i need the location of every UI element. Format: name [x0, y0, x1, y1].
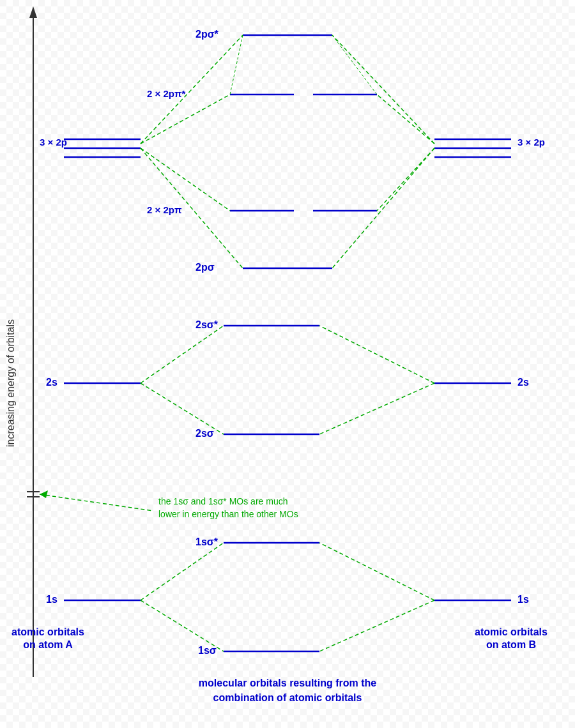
svg-rect-4: [0, 0, 575, 728]
2s-sigma-star-label: 2sσ*: [195, 319, 218, 330]
right-atom-label: atomic orbitals: [475, 626, 548, 637]
2p-sigma-star-label: 2pσ*: [195, 29, 219, 40]
2p-sigma-label: 2pσ: [195, 262, 215, 273]
1s-sigma-star-label: 1sσ*: [195, 536, 218, 547]
left-2s-label: 2s: [46, 377, 57, 388]
right-2p-label: 3 × 2p: [518, 137, 545, 148]
1s-sigma-label: 1sσ: [198, 645, 217, 656]
left-atom-label: atomic orbitals: [12, 626, 84, 637]
right-1s-label: 1s: [518, 594, 529, 605]
y-axis-label: increasing energy of orbitals: [5, 319, 16, 447]
mo-diagram: increasing energy of orbitals 1s 1s 1sσ …: [0, 0, 575, 728]
right-atom-label2: on atom B: [486, 639, 536, 650]
2p-pi-label: 2 × 2pπ: [147, 204, 182, 215]
right-2s-label: 2s: [518, 377, 529, 388]
left-1s-label: 1s: [46, 594, 57, 605]
left-2p-label: 3 × 2p: [40, 137, 67, 148]
2p-pi-star-label: 2 × 2pπ*: [147, 88, 185, 99]
left-atom-label2: on atom A: [23, 639, 73, 650]
bottom-label2: combination of atomic orbitals: [213, 692, 362, 703]
2s-sigma-label: 2sσ: [195, 428, 214, 439]
annotation-text2: lower in energy than the other MOs: [158, 509, 298, 519]
bottom-label1: molecular orbitals resulting from the: [199, 678, 376, 688]
annotation-text: the 1sσ and 1sσ* MOs are much: [158, 496, 288, 506]
